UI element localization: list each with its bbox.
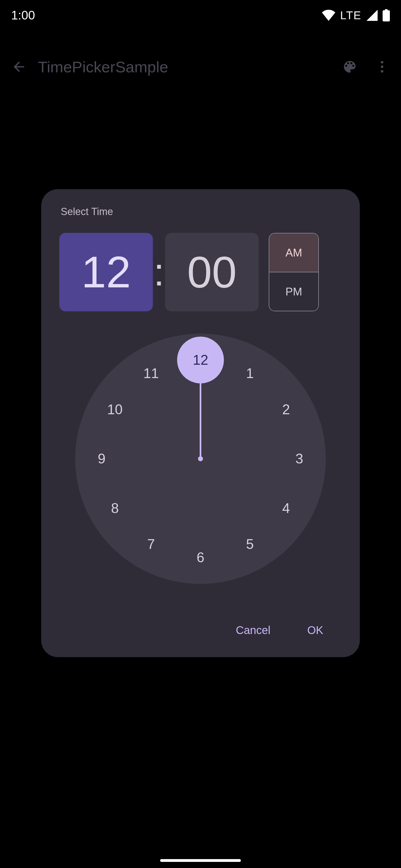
app-title: TimePickerSample <box>38 58 342 76</box>
clock-number-1[interactable]: 1 <box>246 365 254 381</box>
pm-button[interactable]: PM <box>269 272 318 311</box>
clock-number-3[interactable]: 3 <box>295 451 303 467</box>
minute-field[interactable]: 00 <box>165 233 259 311</box>
svg-rect-0 <box>383 10 390 22</box>
app-bar: TimePickerSample <box>0 50 401 84</box>
clock-number-8[interactable]: 8 <box>111 500 119 516</box>
time-row: 12 : 00 AM PM <box>59 233 342 311</box>
wifi-icon <box>322 10 335 21</box>
back-icon[interactable] <box>11 59 27 74</box>
clock-number-11[interactable]: 11 <box>143 365 159 381</box>
time-picker-dialog: Select Time 12 : 00 AM PM 12 12345678910… <box>41 189 360 657</box>
clock-number-4[interactable]: 4 <box>282 500 290 516</box>
network-label: LTE <box>340 9 362 22</box>
clock-number-7[interactable]: 7 <box>147 536 155 552</box>
svg-point-4 <box>381 70 383 72</box>
clock-number-2[interactable]: 2 <box>282 401 290 417</box>
dialog-actions: Cancel OK <box>59 617 342 643</box>
clock-number-9[interactable]: 9 <box>98 451 106 467</box>
ampm-toggle: AM PM <box>269 233 319 311</box>
clock-selector[interactable]: 12 <box>177 337 224 383</box>
svg-point-2 <box>381 61 383 63</box>
cancel-button[interactable]: Cancel <box>226 617 281 643</box>
cell-signal-icon <box>367 10 378 21</box>
time-colon: : <box>153 250 165 294</box>
clock-number-10[interactable]: 10 <box>107 401 123 417</box>
clock-center <box>198 456 203 461</box>
dialog-title: Select Time <box>61 206 342 218</box>
clock-number-6[interactable]: 6 <box>197 550 204 566</box>
ok-button[interactable]: OK <box>297 617 333 643</box>
palette-icon[interactable] <box>342 59 357 74</box>
more-icon[interactable] <box>374 59 390 74</box>
svg-rect-1 <box>385 9 388 11</box>
status-bar: 1:00 LTE <box>0 0 401 31</box>
clock-face[interactable]: 12 1234567891011 <box>75 334 326 584</box>
am-button[interactable]: AM <box>269 234 318 272</box>
svg-point-3 <box>381 65 383 68</box>
status-clock: 1:00 <box>11 8 35 22</box>
clock-number-5[interactable]: 5 <box>246 536 254 552</box>
battery-icon <box>383 9 390 22</box>
status-right-cluster: LTE <box>322 9 390 22</box>
nav-handle[interactable] <box>160 859 241 862</box>
hour-field[interactable]: 12 <box>59 233 153 311</box>
